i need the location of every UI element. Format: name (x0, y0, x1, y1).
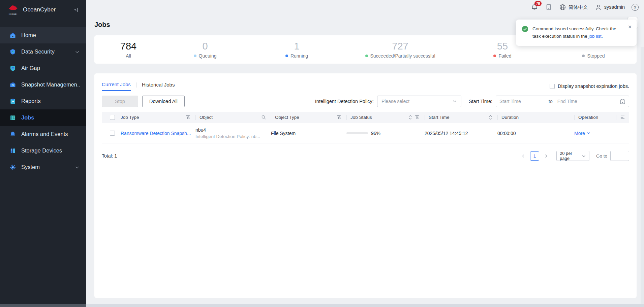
page-title: Jobs (94, 21, 110, 29)
object-name: nbu4 (195, 127, 206, 133)
prev-page-button[interactable] (519, 154, 527, 158)
main-content: Jobs 784 All 0 Queuing 1 Running 727 Suc… (86, 0, 644, 307)
failed-dot (493, 55, 496, 57)
sidebar-item-system[interactable]: System (0, 159, 86, 175)
chevron-down-icon (75, 49, 80, 54)
tab-historical-jobs[interactable]: Historical Jobs (142, 82, 175, 91)
sidebar-item-label: Snapshot Managemen... (21, 81, 80, 88)
stat-label: All (126, 53, 131, 59)
storage-device-icon (9, 147, 16, 154)
column-settings-icon[interactable] (620, 115, 625, 120)
device-panel-button[interactable] (545, 3, 552, 11)
sidebar-item-alarms-and-events[interactable]: Alarms and Events (0, 126, 86, 142)
shield-icon (9, 48, 16, 55)
table-header-row: Job Type Object Object Type (102, 112, 629, 123)
sidebar-item-label: System (21, 164, 40, 170)
table-row: Ransomware Detection Snapsh... nbu4 Inte… (102, 123, 629, 143)
air-gap-shield-icon (9, 65, 16, 72)
stat-value: 1 (294, 40, 299, 52)
end-time-input[interactable] (557, 99, 605, 104)
time-range-picker[interactable]: to (496, 96, 629, 107)
sidebar-item-jobs[interactable]: Jobs (0, 109, 86, 126)
per-page-select[interactable]: 20 per page (556, 151, 589, 161)
horizontal-scrollbar[interactable] (0, 304, 644, 307)
chevron-down-icon (582, 154, 586, 158)
col-job-status: Job Status (350, 115, 372, 120)
range-to-label: to (549, 99, 553, 104)
display-snapshot-expiration-checkbox[interactable]: Display snapshot expiration jobs. (550, 83, 629, 89)
col-operation: Operation (578, 115, 598, 120)
checkbox[interactable] (550, 84, 555, 89)
start-time-value: 2025/05/12 14:45:12 (425, 131, 468, 136)
running-dot (285, 55, 288, 57)
goto-label: Go to (596, 154, 607, 159)
toast-message-before: Command issued successfully. Check the t… (532, 26, 616, 39)
job-list-link[interactable]: job list (589, 34, 602, 39)
close-icon[interactable]: ✕ (628, 24, 632, 30)
stat-queuing: 0 Queuing (162, 40, 248, 59)
sidebar-collapse-icon[interactable] (73, 7, 80, 13)
row-checkbox[interactable] (110, 131, 115, 136)
stat-value: 727 (392, 40, 408, 52)
job-type-link[interactable]: Ransomware Detection Snapsh... (121, 131, 191, 136)
vertical-scrollbar[interactable] (641, 47, 644, 304)
chevron-right-icon (544, 154, 548, 158)
sidebar-item-label: Reports (21, 98, 41, 104)
jobs-card: Current Jobs Historical Jobs Display sna… (94, 73, 637, 298)
calendar-icon[interactable] (620, 99, 625, 104)
col-job-type: Job Type (121, 115, 139, 120)
sidebar-item-storage-devices[interactable]: Storage Devices (0, 142, 86, 159)
language-switcher[interactable]: 简体中文 (559, 4, 588, 11)
sidebar-item-air-gap[interactable]: Air Gap (0, 60, 86, 76)
notification-badge: 78 (534, 1, 542, 6)
start-time-input[interactable] (499, 99, 547, 104)
stat-value: 0 (202, 40, 208, 52)
stat-label: Queuing (199, 53, 217, 59)
filter-icon[interactable] (186, 115, 191, 120)
toast-success: Command issued successfully. Check the t… (516, 20, 637, 46)
next-page-button[interactable] (542, 154, 550, 158)
sidebar-item-label: Home (21, 32, 36, 38)
search-icon[interactable] (261, 115, 266, 120)
notifications-button[interactable]: 78 (531, 3, 538, 11)
tablet-icon (545, 3, 552, 11)
stopped-dot (582, 55, 585, 57)
pagination-row: Total: 1 1 20 per page Go to (102, 151, 629, 161)
camera-icon (9, 81, 16, 88)
stat-value: 784 (120, 40, 136, 52)
download-all-button[interactable]: Download All (142, 96, 185, 107)
app: { "colors": { "accent_blue": "#3274f1", … (0, 0, 644, 307)
stat-value: 55 (497, 40, 508, 52)
per-page-value: 20 per page (560, 151, 582, 161)
page-number-button[interactable]: 1 (530, 151, 539, 161)
sidebar-item-label: Data Security (21, 48, 55, 55)
filter-icon[interactable] (337, 115, 342, 120)
sort-icon[interactable] (488, 115, 493, 120)
filter-icon[interactable] (415, 115, 420, 120)
select-all-checkbox[interactable] (110, 115, 115, 120)
sidebar-item-snapshot-management[interactable]: Snapshot Managemen... (0, 76, 86, 93)
sidebar-item-data-security[interactable]: Data Security (0, 43, 86, 60)
stat-label: Failed (498, 53, 511, 59)
more-actions-button[interactable]: More (574, 131, 590, 136)
col-duration: Duration (501, 115, 519, 120)
total-count: Total: 1 (102, 153, 117, 159)
sidebar-item-home[interactable]: Home (0, 27, 86, 43)
stop-button[interactable]: Stop (102, 96, 138, 107)
sidebar-item-reports[interactable]: Reports (0, 93, 86, 109)
toast-message: Command issued successfully. Check the t… (532, 25, 617, 40)
username-label: sysadmin (604, 4, 625, 10)
goto-page-input[interactable] (610, 151, 629, 161)
user-menu[interactable]: sysadmin (595, 4, 625, 11)
help-button[interactable]: ? (632, 4, 639, 11)
pager: 1 20 per page Go to (519, 151, 629, 161)
policy-select[interactable]: Please select (377, 96, 461, 107)
tab-current-jobs[interactable]: Current Jobs (102, 81, 131, 91)
user-icon (595, 4, 602, 11)
stat-all: 784 All (94, 40, 162, 59)
checkbox-label: Display snapshot expiration jobs. (558, 83, 629, 89)
sidebar-item-label: Air Gap (21, 65, 40, 71)
col-start-time: Start Time (429, 115, 450, 120)
huawei-logo-icon: HUAWEI (7, 5, 19, 15)
sort-icon[interactable] (408, 115, 412, 120)
